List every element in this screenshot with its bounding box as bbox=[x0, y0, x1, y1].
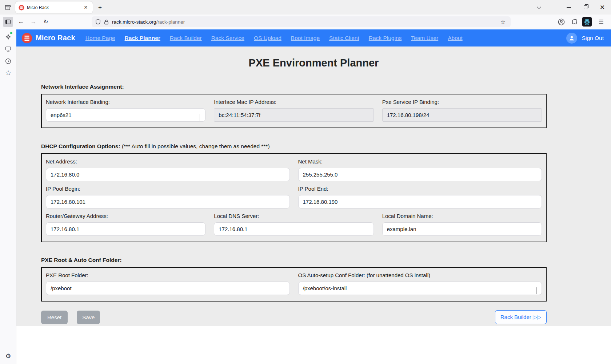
dhcp-section: DHCP Configuration Options: (*** Auto fi… bbox=[41, 143, 547, 242]
browser-tab[interactable]: Micro Rack ✕ bbox=[15, 1, 93, 13]
nav-link-boot-image[interactable]: Boot Image bbox=[291, 35, 320, 41]
ip-pool-end-label: IP Pool End: bbox=[298, 186, 542, 192]
menu-hamburger-icon[interactable]: ☰ bbox=[596, 17, 607, 27]
forward-button[interactable]: → bbox=[28, 17, 39, 27]
list-tabs-icon[interactable] bbox=[535, 4, 543, 12]
conf-folder-label: OS Auto-setup Conf Folder: (for unattend… bbox=[298, 272, 542, 278]
ip-pool-begin-input[interactable] bbox=[46, 195, 290, 209]
lock-icon[interactable] bbox=[104, 19, 109, 25]
url-bar[interactable]: rack.micro-stack.org/rack-planner ☆ bbox=[92, 16, 511, 27]
mac-address-field bbox=[214, 108, 374, 122]
bookmark-star-icon[interactable]: ☆ bbox=[499, 19, 507, 25]
form-actions: Reset Save Rack Builder ▷▷ bbox=[41, 310, 547, 324]
devices-icon[interactable] bbox=[0, 43, 16, 55]
net-mask-input[interactable] bbox=[298, 168, 542, 181]
net-address-input[interactable] bbox=[46, 168, 290, 181]
browser-toolbar: ← → ↻ rack.micro-stack.org/rack-planner … bbox=[0, 15, 611, 29]
dhcp-section-heading: DHCP Configuration Options: (*** Auto fi… bbox=[41, 143, 547, 150]
extensions-puzzle-icon[interactable] bbox=[569, 17, 580, 27]
page-footer bbox=[16, 326, 611, 364]
nav-link-rack-planner[interactable]: Rack Planner bbox=[125, 35, 160, 41]
network-interface-section: Network Interface Assignment: Network In… bbox=[41, 84, 547, 128]
dns-label: Local DNS Server: bbox=[214, 213, 374, 219]
ai-sparkle-icon[interactable] bbox=[0, 31, 16, 43]
domain-label: Local Domain Name: bbox=[382, 213, 542, 219]
micro-rack-favicon bbox=[19, 5, 24, 11]
react-devtools-icon[interactable] bbox=[582, 17, 592, 27]
mac-address-label: Interface Mac IP Address: bbox=[214, 99, 374, 105]
browser-viewport: Micro Rack Home Page Rack Planner Rack B… bbox=[16, 29, 611, 364]
user-avatar-icon[interactable] bbox=[566, 33, 577, 44]
archive-box-icon[interactable] bbox=[3, 3, 12, 12]
reset-button[interactable]: Reset bbox=[41, 311, 68, 324]
notification-dot bbox=[10, 32, 12, 34]
bookmarks-star-icon[interactable]: ☆ bbox=[0, 67, 16, 78]
net-mask-label: Net Mask: bbox=[298, 158, 542, 165]
gateway-label: Router/Gateway Address: bbox=[46, 213, 205, 219]
chevron-down-icon bbox=[536, 287, 536, 294]
brand-name: Micro Rack bbox=[36, 34, 75, 42]
tab-title: Micro Rack bbox=[27, 5, 82, 10]
nav-link-rack-plugins[interactable]: Rack Plugins bbox=[369, 35, 402, 41]
nav-link-about[interactable]: About bbox=[448, 35, 463, 41]
interface-binding-label: Network Interface Binding: bbox=[46, 99, 205, 105]
site-navbar: Micro Rack Home Page Rack Planner Rack B… bbox=[16, 29, 611, 46]
dhcp-section-note: (*** Auto fill in possible values, chang… bbox=[122, 143, 270, 149]
pxe-root-folder-label: PXE Root Folder: bbox=[46, 272, 290, 278]
sign-out-link[interactable]: Sign Out bbox=[582, 35, 604, 41]
history-clock-icon[interactable] bbox=[0, 55, 16, 67]
pxe-section-heading: PXE Root & Auto Conf Folder: bbox=[41, 257, 547, 263]
pxe-root-folder-input[interactable] bbox=[46, 282, 290, 295]
nav-link-rack-service[interactable]: Rack Service bbox=[211, 35, 244, 41]
dns-input[interactable] bbox=[214, 222, 374, 236]
save-button[interactable]: Save bbox=[77, 311, 100, 324]
rack-builder-button[interactable]: Rack Builder ▷▷ bbox=[495, 310, 547, 324]
pxe-root-section: PXE Root & Auto Conf Folder: PXE Root Fo… bbox=[41, 257, 547, 302]
ip-pool-end-input[interactable] bbox=[298, 195, 542, 209]
interface-binding-value: enp6s21 bbox=[51, 112, 72, 118]
gateway-input[interactable] bbox=[46, 222, 205, 236]
conf-folder-select[interactable]: /pxeboot/os-install bbox=[298, 282, 542, 295]
page-body: PXE Environment Planner Network Interfac… bbox=[16, 46, 611, 326]
url-text: rack.micro-stack.org/rack-planner bbox=[112, 19, 499, 25]
settings-gear-icon[interactable]: ⚙ bbox=[0, 350, 16, 362]
sidebar-toggle-button[interactable] bbox=[3, 17, 13, 27]
browser-left-sidebar: ☆ ⚙ bbox=[0, 29, 16, 364]
nav-link-rack-builder[interactable]: Rack Builder bbox=[170, 35, 202, 41]
nav-link-team-user[interactable]: Team User bbox=[411, 35, 438, 41]
nav-links: Home Page Rack Planner Rack Builder Rack… bbox=[85, 35, 463, 41]
interface-binding-select[interactable]: enp6s21 bbox=[46, 108, 205, 122]
forward-triangles-icon: ▷▷ bbox=[533, 314, 541, 320]
account-icon[interactable] bbox=[556, 17, 567, 27]
nav-link-static-client[interactable]: Static Client bbox=[329, 35, 359, 41]
ip-pool-begin-label: IP Pool Begin: bbox=[46, 186, 290, 192]
back-button[interactable]: ← bbox=[16, 17, 26, 27]
brand[interactable]: Micro Rack bbox=[21, 33, 75, 44]
window-minimize-button[interactable] bbox=[560, 0, 577, 15]
page-title: PXE Environment Planner bbox=[16, 57, 611, 69]
new-tab-button[interactable]: + bbox=[95, 3, 105, 12]
tab-close-icon[interactable]: ✕ bbox=[82, 4, 89, 11]
reload-button[interactable]: ↻ bbox=[41, 17, 51, 27]
chevron-down-icon bbox=[200, 114, 200, 120]
micro-rack-logo-icon bbox=[21, 33, 32, 44]
nav-right: Sign Out bbox=[566, 33, 606, 44]
shield-icon[interactable] bbox=[95, 19, 101, 25]
conf-folder-value: /pxeboot/os-install bbox=[303, 285, 347, 291]
window-close-button[interactable]: ✕ bbox=[594, 0, 611, 15]
window-restore-button[interactable] bbox=[577, 0, 594, 15]
network-section-heading: Network Interface Assignment: bbox=[41, 84, 547, 90]
net-address-label: Net Address: bbox=[46, 158, 290, 165]
nav-link-os-upload[interactable]: OS Upload bbox=[254, 35, 281, 41]
pxe-ip-field bbox=[382, 108, 542, 122]
pxe-ip-label: Pxe Service IP Binding: bbox=[382, 99, 542, 105]
nav-link-home-page[interactable]: Home Page bbox=[85, 35, 115, 41]
browser-titlebar: Micro Rack ✕ + ✕ bbox=[0, 0, 611, 15]
domain-input[interactable] bbox=[382, 222, 542, 236]
